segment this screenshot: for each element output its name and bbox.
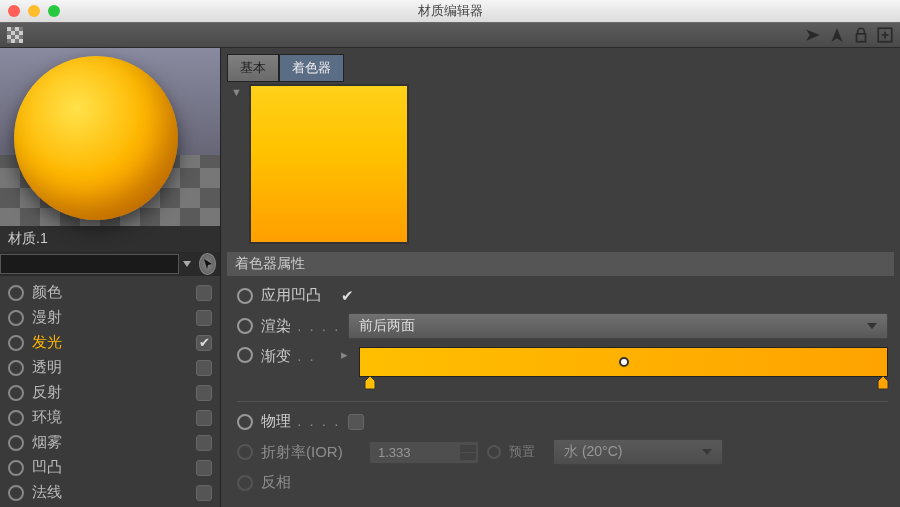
left-panel: 材质.1 颜色漫射发光✔透明反射环境烟雾凹凸法线: [0, 48, 221, 507]
expander-icon[interactable]: ▼: [231, 84, 241, 98]
channel-label: 透明: [32, 358, 188, 377]
svg-rect-0: [857, 34, 866, 42]
material-preview[interactable]: [0, 48, 220, 226]
channel-label: 烟雾: [32, 433, 188, 452]
channel-checkbox[interactable]: [196, 285, 212, 301]
channel-ring-icon[interactable]: [8, 385, 24, 401]
window-title: 材质编辑器: [0, 2, 900, 20]
lock-icon[interactable]: [852, 26, 870, 44]
tab-着色器[interactable]: 着色器: [279, 54, 344, 82]
param-ring-icon[interactable]: [237, 347, 253, 363]
channel-row[interactable]: 烟雾: [0, 430, 220, 455]
channel-row[interactable]: 透明: [0, 355, 220, 380]
gradient-handle[interactable]: [364, 376, 376, 390]
apply-bump-label: 应用凹凸: [261, 286, 329, 305]
channel-ring-icon[interactable]: [8, 460, 24, 476]
channel-checkbox[interactable]: [196, 310, 212, 326]
gradient-handle-track: [359, 377, 888, 391]
channel-row[interactable]: 凹凸: [0, 455, 220, 480]
channel-label: 法线: [32, 483, 188, 502]
channel-ring-icon[interactable]: [8, 410, 24, 426]
channel-checkbox[interactable]: [196, 410, 212, 426]
channel-row[interactable]: 环境: [0, 405, 220, 430]
checker-icon[interactable]: [6, 26, 24, 44]
ior-label: 折射率(IOR): [261, 443, 361, 462]
shader-preview[interactable]: [249, 84, 409, 244]
apply-bump-checkbox[interactable]: ✔: [337, 288, 353, 304]
channel-row[interactable]: 发光✔: [0, 330, 220, 355]
channel-ring-icon[interactable]: [8, 485, 24, 501]
channel-ring-icon[interactable]: [8, 285, 24, 301]
ior-field[interactable]: 1.333: [369, 441, 479, 464]
param-ring-icon[interactable]: [237, 288, 253, 304]
channel-list: 颜色漫射发光✔透明反射环境烟雾凹凸法线: [0, 276, 220, 507]
physical-label: 物理 . . . .: [261, 412, 340, 431]
param-ring-icon[interactable]: [237, 414, 253, 430]
channel-checkbox[interactable]: [196, 485, 212, 501]
channel-row[interactable]: 反射: [0, 380, 220, 405]
nav-up-icon[interactable]: [828, 26, 846, 44]
right-panel: 基本着色器 ▼ 着色器属性 应用凹凸 ✔ 渲染 . . . . 前后两面 渐变 …: [221, 48, 900, 507]
param-ring-icon: [237, 444, 253, 460]
search-expand-icon[interactable]: [179, 253, 195, 275]
invert-label: 反相: [261, 473, 329, 492]
channel-checkbox[interactable]: [196, 360, 212, 376]
toolstrip: [0, 22, 900, 48]
param-ring-icon: [237, 475, 253, 491]
channel-ring-icon[interactable]: [8, 335, 24, 351]
channel-label: 环境: [32, 408, 188, 427]
spinner-icon[interactable]: [460, 442, 476, 463]
new-tab-icon[interactable]: [876, 26, 894, 44]
tab-基本[interactable]: 基本: [227, 54, 279, 82]
preview-sphere: [14, 56, 178, 220]
titlebar: 材质编辑器: [0, 0, 900, 22]
picker-icon[interactable]: [199, 253, 216, 275]
channel-checkbox[interactable]: [196, 435, 212, 451]
search-input[interactable]: [0, 254, 179, 274]
channel-ring-icon[interactable]: [8, 435, 24, 451]
material-name[interactable]: 材质.1: [0, 226, 220, 252]
channel-label: 颜色: [32, 283, 188, 302]
window-close-button[interactable]: [8, 5, 20, 17]
preset-select[interactable]: 水 (20°C): [553, 439, 723, 465]
gradient-expand-icon[interactable]: ▸: [337, 347, 351, 362]
physical-checkbox[interactable]: [348, 414, 364, 430]
param-ring-icon: [487, 445, 501, 459]
channel-checkbox[interactable]: ✔: [196, 335, 212, 351]
channel-row[interactable]: 颜色: [0, 280, 220, 305]
window-minimize-button[interactable]: [28, 5, 40, 17]
channel-ring-icon[interactable]: [8, 360, 24, 376]
channel-checkbox[interactable]: [196, 460, 212, 476]
channel-row[interactable]: 法线: [0, 480, 220, 505]
window-zoom-button[interactable]: [48, 5, 60, 17]
channel-row[interactable]: 漫射: [0, 305, 220, 330]
channel-label: 凹凸: [32, 458, 188, 477]
gradient-label: 渐变 . .: [261, 347, 329, 366]
channel-ring-icon[interactable]: [8, 310, 24, 326]
render-label: 渲染 . . . .: [261, 317, 340, 336]
render-select[interactable]: 前后两面: [348, 313, 888, 339]
gradient-knot[interactable]: [619, 357, 629, 367]
channel-label: 发光: [32, 333, 188, 352]
tab-bar: 基本着色器: [227, 54, 894, 82]
param-ring-icon[interactable]: [237, 318, 253, 334]
gradient-bar[interactable]: [359, 347, 888, 377]
channel-label: 反射: [32, 383, 188, 402]
nav-back-icon[interactable]: [804, 26, 822, 44]
preset-label: 预置: [509, 443, 545, 461]
channel-checkbox[interactable]: [196, 385, 212, 401]
gradient-handle[interactable]: [877, 376, 889, 390]
section-header: 着色器属性: [227, 252, 894, 276]
channel-label: 漫射: [32, 308, 188, 327]
